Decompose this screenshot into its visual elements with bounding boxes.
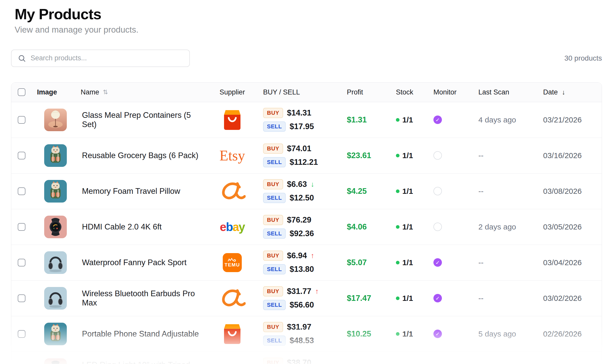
backpack-product-photo [44, 180, 67, 203]
product-count: 30 products [564, 54, 602, 62]
monitor-toggle[interactable] [433, 223, 442, 231]
buy-badge: BUY [263, 322, 283, 332]
buy-badge: BUY [263, 108, 283, 118]
temu-glyph-icon [227, 258, 237, 262]
date-value: 03/02/2026 [530, 294, 602, 303]
sell-badge: SELL [263, 264, 286, 274]
column-header-date[interactable]: Date↓ [530, 88, 602, 96]
product-name: Wireless Bluetooth Earbuds Pro Max [82, 289, 201, 308]
product-name: HDMI Cable 2.0 4K 6ft [82, 222, 162, 232]
buy-price: $6.94 [287, 251, 307, 260]
backpack-product-photo [44, 144, 67, 167]
product-image [44, 109, 67, 131]
last-scan-value: -- [474, 258, 530, 267]
monitor-toggle[interactable]: ✓ [433, 294, 442, 302]
row-checkbox[interactable] [18, 152, 25, 159]
price-trend-arrow-icon: ↑ [311, 252, 314, 260]
stock-value: 1/1 [402, 330, 413, 338]
stock-value: 1/1 [402, 116, 413, 124]
supplier-logo-cell [201, 289, 263, 308]
column-header-name[interactable]: Name⇅ [81, 88, 201, 96]
sell-price: $92.36 [290, 229, 314, 238]
table-row: LED Ring Light 10" with Tripod Stand eba… [11, 352, 602, 364]
search-input[interactable] [30, 54, 183, 62]
product-image [44, 251, 67, 274]
supplier-logo-cell [201, 324, 263, 344]
buy-price: $6.63 [287, 180, 307, 189]
row-checkbox[interactable] [18, 187, 25, 195]
column-header-last-scan: Last Scan [474, 88, 530, 96]
buy-price: $31.77 [287, 287, 311, 296]
row-checkbox[interactable] [18, 116, 25, 124]
search-box[interactable] [11, 50, 190, 67]
sort-down-icon: ↓ [562, 88, 565, 96]
alibaba-logo-icon [219, 182, 246, 200]
table-body: Glass Meal Prep Containers (5 Set) BUY $… [11, 102, 602, 364]
page-subtitle: View and manage your products. [15, 25, 602, 35]
stock-value: 1/1 [402, 223, 413, 231]
monitor-toggle[interactable]: ✓ [433, 258, 442, 267]
table-row: Glass Meal Prep Containers (5 Set) BUY $… [11, 102, 602, 138]
search-icon [18, 54, 26, 62]
last-scan-value: -- [474, 187, 530, 196]
monitor-toggle[interactable]: ✓ [433, 330, 442, 338]
row-checkbox[interactable] [18, 330, 25, 338]
row-checkbox[interactable] [18, 223, 25, 231]
products-table: Image Name⇅ Supplier BUY / SELL Profit S… [11, 82, 602, 364]
last-scan-value: -- [474, 151, 530, 160]
sell-price: $56.60 [290, 300, 314, 310]
profit-value: $23.61 [343, 151, 392, 160]
aliexpress-logo-icon [223, 110, 242, 130]
table-row: Portable Phone Stand Adjustable BUY $31.… [11, 316, 602, 352]
buy-price: $38.70 [287, 358, 311, 364]
stock-status-dot [396, 225, 400, 229]
buy-badge: BUY [263, 358, 283, 364]
ebay-logo: ebay [220, 221, 245, 233]
product-name: Portable Phone Stand Adjustable [82, 329, 199, 339]
supplier-logo-cell [201, 182, 263, 200]
monitor-toggle[interactable]: ✓ [433, 116, 442, 124]
product-name: Waterproof Fanny Pack Sport [82, 258, 187, 267]
product-image [44, 216, 67, 238]
last-scan-value: 2 days ago [474, 223, 530, 231]
column-header-profit: Profit [343, 88, 392, 96]
sell-badge: SELL [263, 121, 286, 132]
profit-value: $5.07 [343, 258, 392, 267]
date-value: 03/21/2026 [530, 116, 602, 124]
profit-value: $4.06 [343, 222, 392, 232]
smartwatch-product-photo [44, 216, 67, 238]
stock-value: 1/1 [402, 151, 413, 160]
select-all-checkbox[interactable] [18, 88, 25, 96]
row-checkbox[interactable] [18, 294, 25, 302]
buy-badge: BUY [263, 286, 283, 296]
sell-badge: SELL [263, 336, 286, 346]
stock-status-dot [396, 261, 400, 264]
check-icon: ✓ [435, 331, 440, 337]
buy-price: $14.31 [287, 108, 311, 118]
table-row: Memory Foam Travel Pillow BUY $6.63 ↓ SE… [11, 174, 602, 209]
product-image [44, 323, 67, 345]
sort-updown-icon: ⇅ [103, 89, 108, 96]
buy-price: $31.97 [287, 322, 311, 332]
product-image [44, 144, 67, 167]
product-name: Glass Meal Prep Containers (5 Set) [82, 111, 201, 129]
page-title: My Products [15, 6, 602, 22]
monitor-toggle[interactable] [433, 151, 442, 160]
sell-price: $12.50 [290, 193, 314, 203]
buy-price: $76.29 [287, 215, 311, 225]
last-scan-value: 5 days ago [474, 330, 530, 338]
stock-status-dot [396, 154, 400, 157]
stock-status-dot [396, 189, 400, 193]
alibaba-logo-icon [219, 289, 246, 308]
sell-badge: SELL [263, 193, 286, 203]
stock-status-dot [396, 332, 400, 336]
buy-price: $74.01 [287, 144, 311, 153]
sell-price: $17.95 [290, 122, 314, 131]
column-header-monitor: Monitor [433, 88, 474, 96]
row-checkbox[interactable] [18, 259, 25, 266]
table-row: Waterproof Fanny Pack Sport TEMU BUY $6.… [11, 245, 602, 281]
buy-badge: BUY [263, 215, 283, 225]
supplier-logo-cell [201, 110, 263, 130]
date-value: 03/05/2026 [530, 223, 602, 231]
monitor-toggle[interactable] [433, 187, 442, 195]
